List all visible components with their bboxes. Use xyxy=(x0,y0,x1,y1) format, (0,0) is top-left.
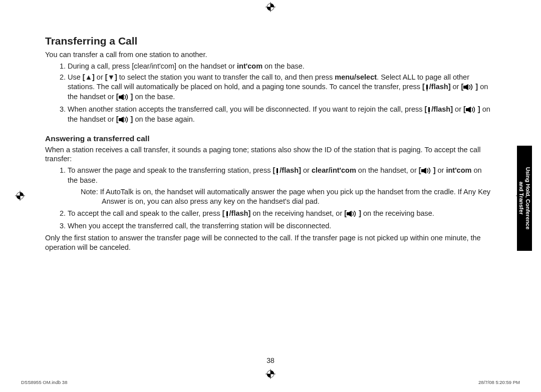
footer-timestamp: 28/7/08 5:20:59 PM xyxy=(478,379,520,385)
autotalk-note: Note: If AutoTalk is on, the handset wil… xyxy=(102,187,491,206)
step-2: Use [▲] or [▼] to select the station you… xyxy=(68,73,491,103)
page-content: Transferring a Call You can transfer a c… xyxy=(45,35,491,254)
svg-rect-24 xyxy=(277,168,278,173)
flash-icon xyxy=(275,167,280,176)
svg-rect-28 xyxy=(226,211,228,216)
registration-mark-icon xyxy=(265,369,276,379)
speaker-icon xyxy=(347,210,359,219)
svg-marker-15 xyxy=(465,84,468,90)
speaker-icon xyxy=(421,167,433,176)
svg-marker-31 xyxy=(349,211,352,217)
page-number: 38 xyxy=(0,356,541,364)
svg-rect-16 xyxy=(119,96,121,99)
svg-rect-26 xyxy=(421,169,423,172)
answer-step-3: When you accept the transferred call, th… xyxy=(68,221,491,231)
outro-text: Only the first station to answer the tra… xyxy=(45,233,491,252)
answer-step-1: To answer the page and speak to the tran… xyxy=(68,166,491,206)
svg-point-25 xyxy=(277,174,278,175)
svg-rect-14 xyxy=(463,86,465,89)
svg-point-29 xyxy=(226,217,227,218)
svg-marker-17 xyxy=(121,94,124,100)
svg-rect-22 xyxy=(119,118,121,121)
section-heading: Transferring a Call xyxy=(45,35,491,47)
section-tab: Using Hold, Conference and Transfer xyxy=(517,146,532,251)
svg-rect-12 xyxy=(426,85,428,90)
transfer-steps: During a call, press [clear/int'com] on … xyxy=(45,62,491,125)
flash-icon xyxy=(427,106,431,115)
speaker-icon xyxy=(119,116,131,125)
speaker-icon xyxy=(466,106,478,115)
step-3: When another station accepts the transfe… xyxy=(68,105,491,125)
svg-rect-20 xyxy=(466,108,468,111)
svg-rect-30 xyxy=(347,212,349,215)
flash-icon xyxy=(225,210,229,219)
footer-filename: DSS8955 OM.indb 38 xyxy=(21,379,67,385)
subsection-intro: When a station receives a call transfer,… xyxy=(45,145,491,164)
svg-marker-27 xyxy=(423,168,426,174)
svg-marker-23 xyxy=(121,117,124,123)
intro-text: You can transfer a call from one station… xyxy=(45,50,491,60)
svg-point-19 xyxy=(429,113,430,114)
registration-mark-icon xyxy=(15,191,25,201)
step-1: During a call, press [clear/int'com] on … xyxy=(68,62,491,71)
registration-mark-icon xyxy=(265,2,276,12)
answer-steps: To answer the page and speak to the tran… xyxy=(45,166,491,230)
svg-point-13 xyxy=(426,90,427,91)
speaker-icon xyxy=(463,83,475,93)
flash-icon xyxy=(425,83,429,93)
svg-rect-18 xyxy=(428,107,430,112)
speaker-icon xyxy=(119,93,131,103)
subsection-heading: Answering a transferred call xyxy=(45,134,491,143)
answer-step-2: To accept the call and speak to the call… xyxy=(68,209,491,219)
svg-marker-21 xyxy=(468,107,471,113)
